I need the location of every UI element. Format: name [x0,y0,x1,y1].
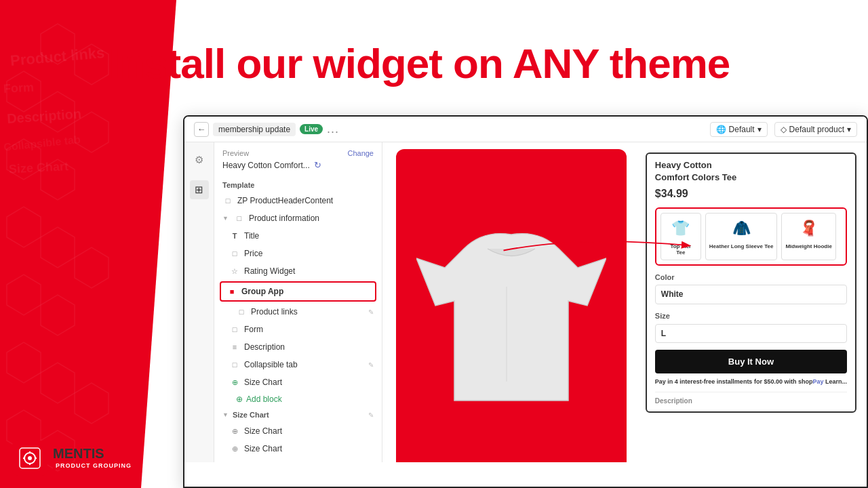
tree-item-group-app[interactable]: ■ Group App [220,281,376,302]
item-icon-price: □ [229,248,240,259]
item-icon-desc: ≡ [229,342,240,352]
product-callout: Heavy Cotton Comfort Colors Tee $34.99 👕… [646,152,856,413]
change-link[interactable]: Change [347,149,374,157]
tree-item-sc1[interactable]: ⊕ Size Chart [214,422,382,440]
preview-name: Heavy Cotton Comfort... ↻ [214,160,382,176]
refresh-icon[interactable]: ↻ [314,160,321,170]
store-badge: ← membership update Live ... [194,122,339,137]
editor-main: ⚙ ⊞ Preview Change Heavy Cotton Comfort.… [184,142,867,462]
svg-marker-9 [75,247,108,288]
shop-pay-logo: Pay [812,378,823,385]
item-icon-sc2: ⊕ [229,443,240,454]
svg-marker-14 [75,383,108,424]
variant-icon-1: 👕 [669,217,693,241]
chevron-down-icon: ▾ [757,125,762,134]
logo-icon [18,447,41,470]
logo-box [12,441,47,476]
edit-icon-collapsible: ✎ [368,361,374,369]
main-headline: Install our widget on ANY theme [108,41,841,87]
variant-heather[interactable]: 🧥 Heather Long Sleeve Tee [705,213,778,260]
chevron-icon: ▼ [222,215,229,222]
store-name: membership update [213,123,296,136]
tshirt-image [416,200,606,430]
item-icon-size-chart: ⊕ [229,377,240,388]
panel-header: Preview Change [214,142,382,160]
template-panel: Preview Change Heavy Cotton Comfort... ↻… [214,142,382,462]
logo-area: MENTIS PRODUCT GROUPING [12,441,134,476]
tree-item-zp-header[interactable]: □ ZP ProductHeaderContent [214,192,382,209]
browser-mockup: ← membership update Live ... 🌐 Default ▾… [183,115,868,488]
tree-item-rating[interactable]: ☆ Rating Widget [214,262,382,280]
tree-item-product-info[interactable]: ▼ □ Product information [214,209,382,227]
variant-name-3: Midweight Hoodie [785,243,831,250]
sidebar-icon-settings[interactable]: ⚙ [190,150,209,169]
sidebar-icon-sections[interactable]: ⊞ [190,180,209,199]
edit-icon-size: ✎ [368,411,374,419]
item-icon-title: T [229,230,240,241]
callout-title1: Heavy Cotton [655,159,847,171]
logo-text: MENTIS PRODUCT GROUPING [53,447,134,470]
tree-item-size-chart[interactable]: ⊕ Size Chart [214,373,382,391]
svg-point-19 [28,456,32,460]
default-theme-button[interactable]: 🌐 Default ▾ [710,122,768,137]
back-button[interactable]: ← [194,122,209,137]
tree-item-sc2[interactable]: ⊕ Size Chart [214,440,382,458]
logo-sub-text: PRODUCT GROUPING [53,462,134,470]
product-image-area [396,149,627,462]
add-block-button[interactable]: ⊕ Add block [214,391,382,407]
product-page: Heavy Cotton Comfort Colors Tee $34.99 👕… [382,142,867,462]
svg-marker-10 [7,274,41,315]
bg-decorative-text: Product links Form Description Collapsib… [3,41,104,181]
plus-icon: ⊕ [236,394,243,404]
svg-marker-8 [41,227,75,268]
variant-grid: 👕 Top TierTee 🧥 Heather Long Sleeve Tee … [655,207,847,266]
size-chart-section-label: Size Chart [233,411,269,419]
chevron-icon-size: ▼ [222,411,229,418]
item-icon-links: □ [236,306,247,317]
tree-item-title[interactable]: T Title [214,227,382,245]
logo-main-text: MENTIS [53,447,134,460]
default-product-button[interactable]: ◇ Default product ▾ [774,122,857,137]
product-icon: ◇ [781,125,787,134]
item-icon-collapsible: □ [229,359,240,370]
color-label: Color [655,272,847,283]
sidebar-icons: ⚙ ⊞ [184,142,214,462]
item-icon-sc1: ⊕ [229,426,240,436]
tree-item-price[interactable]: □ Price [214,245,382,262]
globe-icon: 🌐 [716,125,726,134]
shop-pay-text: Pay in 4 interest-free installments for … [655,378,847,386]
item-icon-form: □ [229,324,240,335]
item-icon: □ [222,195,233,206]
svg-marker-12 [7,342,41,383]
svg-marker-13 [41,363,75,403]
item-icon-rating: ☆ [229,266,240,277]
variant-icon-2: 🧥 [729,217,753,241]
edit-icon-links: ✎ [368,308,374,316]
item-icon-group-app: ■ [226,286,237,297]
preview-area: Heavy Cotton Comfort Colors Tee $34.99 👕… [382,142,867,462]
tree-item-product-links[interactable]: □ Product links ✎ [214,303,382,321]
tree-item-collapsible[interactable]: □ Collapsible tab ✎ [214,356,382,373]
callout-title2: Comfort Colors Tee [655,171,847,184]
more-button[interactable]: ... [327,122,339,136]
buy-button[interactable]: Buy It Now [655,350,847,373]
color-input[interactable]: White [655,285,847,304]
size-chart-section[interactable]: ▼ Size Chart ✎ [214,407,382,422]
size-input[interactable]: L [655,324,847,344]
variant-icon-3: 🧣 [797,217,821,241]
item-icon-sc3: ⊕ [229,461,240,462]
editor-topbar: ← membership update Live ... 🌐 Default ▾… [184,117,867,142]
item-icon-pi: □ [234,213,245,224]
chevron-down-icon-2: ▾ [847,125,851,134]
variant-hoodie[interactable]: 🧣 Midweight Hoodie [781,213,835,260]
product-price: $34.99 [655,186,847,201]
live-badge: Live [300,124,323,134]
tree-item-form[interactable]: □ Form [214,321,382,338]
description-section: Description [655,392,847,406]
size-label: Size [655,311,847,321]
tree-item-sc3[interactable]: ⊕ Size Chart [214,458,382,462]
svg-marker-11 [41,295,75,336]
tree-item-description[interactable]: ≡ Description [214,338,382,356]
variant-name-1: Top TierTee [670,243,691,256]
variant-top-tier[interactable]: 👕 Top TierTee [660,213,701,260]
